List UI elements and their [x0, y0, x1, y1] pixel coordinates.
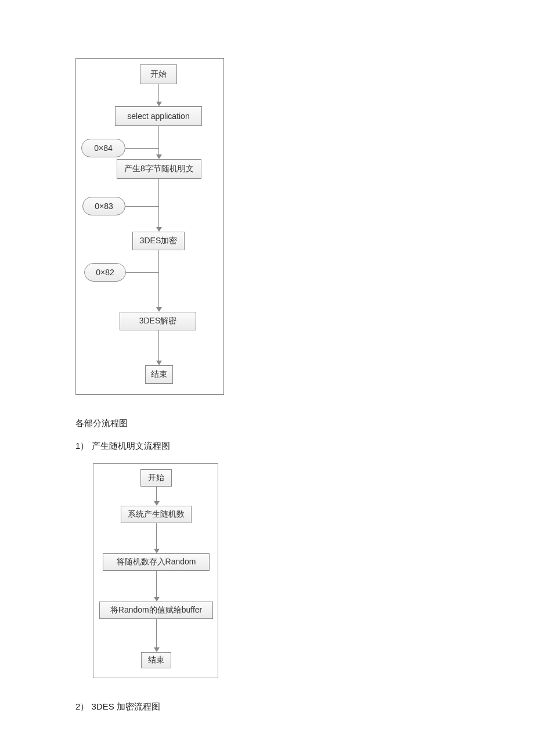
node-3des-enc-label: 3DES加密 [140, 236, 178, 246]
section-title: 各部分流程图 [75, 418, 464, 429]
f2-node-store: 将随机数存入Random [103, 553, 210, 571]
f2-arrow2-line [156, 523, 157, 549]
node-3des-dec: 3DES解密 [120, 312, 196, 330]
f2-arrow4-head [154, 647, 160, 652]
node-gen-random: 产生8字节随机明文 [117, 159, 201, 179]
f2-arrow1-line [156, 487, 157, 501]
pill-0x84: 0×84 [81, 139, 125, 157]
f2-node-end: 结束 [141, 652, 171, 668]
arrow3-head [156, 227, 162, 232]
random-flowchart: 开始 系统产生随机数 将随机数存入Random 将Random的值赋给buffe… [93, 463, 218, 678]
pill-0x84-label: 0×84 [94, 143, 113, 153]
connector-h1 [125, 148, 158, 149]
node-select-app: select application [115, 106, 202, 126]
main-flowchart: 开始 select application 产生8字节随机明文 3DES加密 3… [75, 58, 224, 395]
f2-node-gen-label: 系统产生随机数 [128, 509, 185, 520]
node-3des-dec-label: 3DES解密 [139, 316, 177, 326]
pill-0x82-label: 0×82 [96, 268, 114, 277]
f2-arrow2-head [154, 549, 160, 553]
f2-arrow3-line [156, 571, 157, 597]
pill-0x82: 0×82 [84, 263, 126, 282]
arrow2-head [156, 154, 162, 159]
f2-arrow3-head [154, 597, 160, 602]
f2-node-end-label: 结束 [148, 655, 164, 665]
node-select-app-label: select application [127, 111, 189, 121]
f2-node-assign-label: 将Random的值赋给buffer [110, 605, 202, 615]
connector-h2 [125, 206, 158, 207]
arrow5-head [156, 361, 162, 365]
arrow1-head [156, 102, 162, 106]
node-start: 开始 [140, 64, 177, 84]
node-3des-enc: 3DES加密 [132, 232, 185, 250]
node-end: 结束 [145, 365, 173, 384]
arrow3-line [158, 179, 159, 227]
connector-h3 [126, 272, 158, 273]
f2-node-gen: 系统产生随机数 [121, 506, 192, 523]
f2-node-assign: 将Random的值赋给buffer [99, 602, 213, 619]
arrow4-head [156, 307, 162, 312]
item1-heading: 1） 产生随机明文流程图 [75, 441, 464, 452]
node-end-label: 结束 [151, 369, 167, 380]
arrow1-line [158, 84, 159, 102]
f2-node-start-label: 开始 [148, 473, 164, 483]
pill-0x83: 0×83 [82, 197, 125, 215]
node-gen-random-label: 产生8字节随机明文 [124, 164, 194, 174]
f2-node-start: 开始 [140, 469, 172, 487]
pill-0x83-label: 0×83 [95, 201, 113, 211]
arrow5-line [158, 330, 159, 361]
f2-node-store-label: 将随机数存入Random [117, 557, 196, 567]
node-start-label: 开始 [150, 69, 167, 80]
f2-arrow1-head [154, 501, 160, 506]
item2-heading: 2） 3DES 加密流程图 [75, 701, 464, 712]
arrow4-line [158, 250, 159, 307]
f2-arrow4-line [156, 619, 157, 647]
arrow2-line [158, 126, 159, 154]
